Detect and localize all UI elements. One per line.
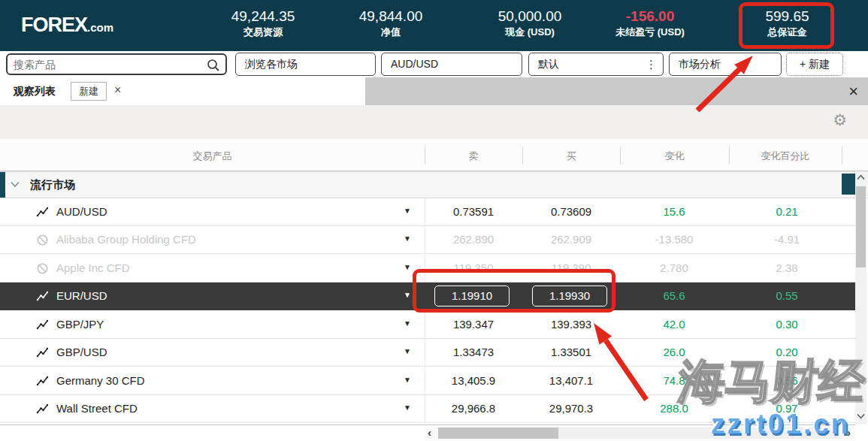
row-dropdown-icon[interactable]: ▼ [404,403,411,412]
table-row-gbpjpy[interactable]: GBP/JPY ▼ 139.347 139.393 42.0 0.30 [0,311,855,339]
sell-price: 119.350 [425,261,522,274]
column-divider [842,146,842,165]
tab-close-icon[interactable]: × [114,83,121,97]
column-header-buy: 买 [522,150,620,163]
stat-unrealized-pl: -156.00 未结盈亏 (USD) [590,8,710,38]
chart-icon [36,206,49,219]
change-value: 288.0 [622,402,727,415]
buy-price: 262.909 [522,233,620,246]
sell-price[interactable]: 29,966.8 [425,402,522,415]
table-row-alibaba[interactable]: Alibaba Group Holding CFD ▼ 262.890 262.… [0,226,855,254]
stat-net-value: 49,844.00 净值 [338,8,443,38]
table-row-wallstreet[interactable]: Wall Street CFD ▼ 29,966.8 29,970.3 288.… [0,395,855,423]
row-dropdown-icon[interactable]: ▼ [404,319,411,328]
watchlist-tab-title: 观察列表 [14,85,56,98]
trading-platform-window: FOREX.com 49,244.35 交易资源 49,844.00 净值 50… [0,0,868,441]
watchlist-active-tab[interactable]: 观察列表 新建 × [0,77,365,105]
instrument-name: GBP/USD [56,346,107,358]
search-icon [207,59,220,72]
panel-close-icon[interactable]: × [848,82,858,101]
section-popular-markets[interactable]: 流行市场 [0,171,868,198]
blocked-icon [36,262,49,275]
vertical-scrollbar[interactable] [855,171,866,424]
toolbar: 浏览各市场 AUD/USD 默认⋮ 市场分析 + 新建 [0,51,868,77]
change-pct-value: 0.30 [734,318,839,331]
instrument-name: Apple Inc CFD [56,261,130,274]
column-header-change-pct: 变化百分比 [729,150,842,163]
buy-price[interactable]: 13,407.1 [522,374,620,387]
chart-icon [36,319,49,331]
settings-gear-icon[interactable]: ⚙ [833,111,847,129]
table-row-apple[interactable]: Apple Inc CFD ▼ 119.350 119.390 2.780 2.… [0,255,855,282]
column-header-product: 交易产品 [0,150,425,163]
section-accent-bar [0,172,5,198]
change-pct-value: -4.91 [734,233,839,246]
new-tab-button[interactable]: + 新建 [786,53,843,76]
horizontal-scroll-thumb[interactable] [438,427,558,439]
sell-price[interactable]: 0.73591 [425,205,522,218]
sell-price[interactable]: 1.33473 [425,346,522,358]
buy-price[interactable]: 0.73609 [522,205,620,218]
change-pct-value: 0.20 [734,346,839,358]
change-pct-value: 2.38 [734,261,839,274]
instrument-name: AUD/USD [56,205,107,218]
row-dropdown-icon[interactable]: ▼ [404,376,411,384]
table-row-germany30[interactable]: Germany 30 CFD ▼ 13,405.9 13,407.1 74.8 … [0,367,855,395]
row-dropdown-icon[interactable]: ▼ [404,207,411,215]
change-value: -13.580 [622,233,727,246]
stat-trading-resources: 49,244.35 交易资源 [210,8,316,38]
buy-price: 119.390 [522,261,620,274]
instrument-name: EUR/USD [56,289,107,302]
buy-price[interactable]: 139.393 [522,318,620,331]
horizontal-scroll-track[interactable] [438,427,840,439]
product-search-box[interactable] [6,53,227,75]
buy-price-button[interactable]: 1.19930 [532,285,607,307]
row-dropdown-icon[interactable]: ▼ [404,263,411,271]
scroll-right-icon[interactable]: › [847,426,851,439]
stat-total-margin: 599.65 总保证金 [740,8,834,38]
row-dropdown-icon[interactable]: ▼ [404,234,411,243]
chart-icon [36,290,49,303]
table-header: 交易产品 卖 买 变化 变化百分比 [0,139,868,171]
change-value: 65.6 [622,289,727,302]
change-value: 26.0 [622,346,727,358]
sell-price-button[interactable]: 1.19910 [434,285,510,307]
kebab-menu-icon[interactable]: ⋮ [646,53,657,75]
instrument-name: Wall Street CFD [56,402,138,415]
stat-cash: 50,000.00 现金 (USD) [470,8,590,38]
layout-select-default[interactable]: 默认⋮ [528,53,664,76]
table-row-gbpusd[interactable]: GBP/USD ▼ 1.33473 1.33501 26.0 0.20 [0,339,855,367]
buy-price[interactable]: 29,970.3 [522,402,620,415]
chart-icon [36,403,49,415]
browse-markets-button[interactable]: 浏览各市场 [235,53,376,76]
chevron-down-icon[interactable] [11,181,20,188]
sell-price[interactable]: 139.347 [425,318,522,331]
horizontal-scrollbar[interactable]: ‹ › [425,424,855,441]
change-value: 15.6 [622,205,727,218]
scroll-up-icon[interactable] [857,174,865,180]
search-input[interactable] [14,56,201,73]
market-analysis-button[interactable]: 市场分析 [669,53,782,76]
scroll-down-icon[interactable] [857,413,865,419]
column-divider [425,146,425,165]
watchlist-subheader: ⚙ [0,105,868,139]
instrument-name: Germany 30 CFD [56,374,145,387]
table-row-audusd[interactable]: AUD/USD ▼ 0.73591 0.73609 15.6 0.21 [0,198,855,226]
sell-price[interactable]: 13,405.9 [425,374,522,387]
table-row-eurusd[interactable]: EUR/USD ▼ 1.19910 1.19930 65.6 0.55 [0,282,855,310]
vertical-scroll-thumb[interactable] [856,186,866,267]
scroll-left-icon[interactable]: ‹ [428,426,431,439]
column-divider [522,146,523,165]
watchlist-new-button[interactable]: 新建 [71,82,107,101]
change-pct-value: 0.55 [734,289,839,302]
bottom-spacer [0,424,425,441]
instrument-tab-audusd[interactable]: AUD/USD [381,53,522,76]
row-dropdown-icon[interactable]: ▼ [404,291,411,299]
change-pct-value: 0.97 [734,402,839,415]
blocked-icon [36,234,49,246]
buy-price[interactable]: 1.33501 [522,346,620,358]
row-dropdown-icon[interactable]: ▼ [404,347,411,355]
change-value: 2.780 [622,261,727,274]
logo-text: FOREX [21,14,87,36]
column-header-sell: 卖 [425,150,522,163]
